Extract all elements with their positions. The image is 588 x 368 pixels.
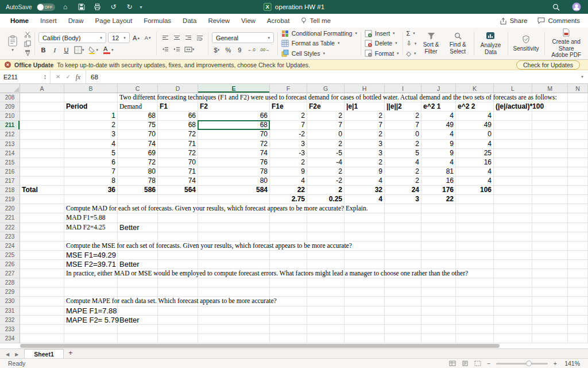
cell-J226[interactable] [421, 260, 456, 269]
cell-G222[interactable] [307, 223, 345, 232]
cell-G211[interactable]: 7 [307, 121, 345, 130]
cell-D222[interactable] [158, 223, 198, 232]
cell-A232[interactable] [20, 316, 64, 325]
cell-B213[interactable]: 4 [64, 140, 118, 149]
cell-J228[interactable] [421, 278, 456, 288]
cell-D223[interactable] [158, 232, 198, 241]
page-break-view-icon[interactable] [474, 361, 481, 366]
home-icon[interactable]: ⌂ [60, 3, 71, 11]
cell-N231[interactable] [568, 306, 588, 316]
cell-J232[interactable] [421, 316, 456, 325]
cell-A221[interactable] [20, 213, 64, 223]
row-header-217[interactable]: 217 [0, 177, 20, 186]
cell-B208[interactable] [64, 93, 118, 102]
cell-A216[interactable] [20, 167, 64, 177]
row-header-229[interactable]: 229 [0, 288, 20, 297]
cell-F223[interactable] [270, 232, 307, 241]
cell-A226[interactable] [20, 260, 64, 269]
clear-button[interactable]: ◇▾ [406, 49, 416, 57]
row-header-209[interactable]: 209 [0, 102, 20, 112]
zoom-slider[interactable] [496, 363, 548, 365]
cell-J213[interactable]: 9 [421, 140, 456, 149]
cell-F221[interactable] [270, 213, 307, 223]
cell-J219[interactable]: 22 [421, 195, 456, 204]
tab-insert[interactable]: Insert [34, 14, 63, 28]
cell-H229[interactable] [345, 288, 385, 297]
tab-home[interactable]: Home [5, 14, 34, 28]
cell-F213[interactable]: 3 [270, 140, 307, 149]
cell-B222[interactable]: MAD F2=4.25 [64, 223, 118, 232]
cell-M231[interactable] [532, 306, 568, 316]
cell-K221[interactable] [456, 213, 494, 223]
cell-N212[interactable] [568, 130, 588, 139]
cell-J218[interactable]: 176 [421, 186, 456, 195]
cell-C229[interactable] [118, 288, 158, 297]
cell-L226[interactable] [494, 260, 532, 269]
cell-A212[interactable] [20, 130, 64, 139]
cell-J234[interactable] [421, 334, 456, 343]
cell-J210[interactable]: 4 [421, 112, 456, 121]
cell-K234[interactable] [456, 334, 494, 343]
cell-C232[interactable]: Better [118, 316, 158, 325]
insert-cells-button[interactable]: Insert ▾ [365, 29, 399, 37]
cell-E232[interactable] [198, 316, 270, 325]
row-header-223[interactable]: 223 [0, 232, 20, 241]
cell-J223[interactable] [421, 232, 456, 241]
cell-K213[interactable]: 4 [456, 140, 494, 149]
cell-I222[interactable] [385, 223, 421, 232]
cell-B221[interactable]: MAD F1=5.88 [64, 213, 118, 223]
cell-H212[interactable]: 2 [345, 130, 385, 139]
cell-N211[interactable] [568, 121, 588, 130]
cell-E210[interactable]: 66 [198, 112, 270, 121]
cell-C209[interactable]: Demand [118, 102, 158, 112]
cell-B233[interactable] [64, 325, 118, 334]
cell-D219[interactable] [158, 195, 198, 204]
search-icon[interactable] [550, 3, 562, 11]
cell-D231[interactable] [158, 306, 198, 316]
cell-F233[interactable] [270, 325, 307, 334]
comma-format-button[interactable]: 9 [235, 45, 245, 55]
cell-I213[interactable]: 2 [385, 140, 421, 149]
cell-B231[interactable]: MAPE F1=7.88 [64, 306, 118, 316]
cell-I210[interactable]: 2 [385, 112, 421, 121]
cell-I232[interactable] [385, 316, 421, 325]
cell-E228[interactable] [198, 278, 270, 288]
cell-L213[interactable] [494, 140, 532, 149]
cell-M230[interactable] [532, 297, 568, 306]
cell-L225[interactable] [494, 251, 532, 260]
cell-E225[interactable] [198, 251, 270, 260]
cell-G225[interactable] [307, 251, 345, 260]
paste-button[interactable]: ▾ [3, 35, 22, 52]
cell-M211[interactable] [532, 121, 568, 130]
cell-H210[interactable]: 2 [345, 112, 385, 121]
cell-C233[interactable] [118, 325, 158, 334]
cell-G230[interactable] [307, 297, 345, 306]
italic-button[interactable]: I [50, 45, 60, 55]
cell-D225[interactable] [158, 251, 198, 260]
cell-D221[interactable] [158, 213, 198, 223]
cell-G218[interactable]: 2 [307, 186, 345, 195]
row-header-233[interactable]: 233 [0, 325, 20, 334]
cell-L232[interactable] [494, 316, 532, 325]
decrease-decimal-button[interactable]: ←.0 [246, 47, 257, 53]
cell-H222[interactable] [345, 223, 385, 232]
cell-I214[interactable]: 5 [385, 149, 421, 158]
cell-K219[interactable] [456, 195, 494, 204]
cell-B229[interactable] [64, 288, 118, 297]
cell-F226[interactable] [270, 260, 307, 269]
cell-H221[interactable] [345, 213, 385, 223]
cell-F211[interactable]: 7 [270, 121, 307, 130]
percent-format-button[interactable]: % [223, 45, 233, 55]
cell-L215[interactable] [494, 158, 532, 167]
cell-K209[interactable]: e^2 2 [456, 102, 494, 112]
cell-L218[interactable] [494, 186, 532, 195]
cell-C215[interactable]: 72 [118, 158, 158, 167]
cell-E218[interactable]: 584 [198, 186, 270, 195]
row-header-220[interactable]: 220 [0, 204, 20, 213]
cell-D214[interactable]: 72 [158, 149, 198, 158]
cell-L219[interactable] [494, 195, 532, 204]
align-right-icon[interactable] [183, 33, 193, 43]
cell-H228[interactable] [345, 278, 385, 288]
row-header-212[interactable]: 212 [0, 130, 20, 139]
cell-M234[interactable] [532, 334, 568, 343]
